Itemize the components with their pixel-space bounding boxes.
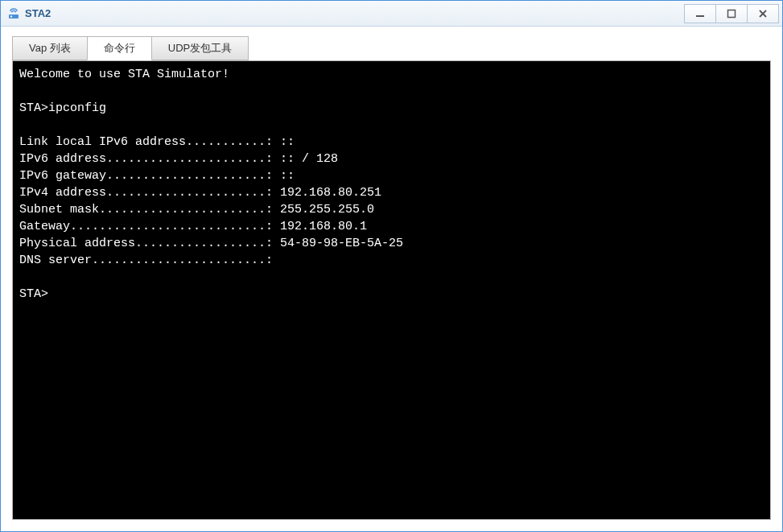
tab-cmd-line[interactable]: 命令行 (87, 36, 152, 60)
terminal[interactable]: Welcome to use STA Simulator! STA>ipconf… (12, 60, 771, 520)
tab-vap-list[interactable]: Vap 列表 (12, 36, 88, 60)
tab-bar: Vap 列表 命令行 UDP发包工具 (12, 36, 771, 60)
tab-udp-tool[interactable]: UDP发包工具 (151, 36, 249, 60)
content-area: Vap 列表 命令行 UDP发包工具 Welcome to use STA Si… (1, 27, 782, 531)
window-controls (685, 4, 779, 23)
titlebar: STA2 (1, 1, 782, 27)
titlebar-left: STA2 (7, 7, 51, 20)
maximize-button[interactable] (715, 4, 748, 23)
terminal-welcome: Welcome to use STA Simulator! (19, 68, 229, 81)
terminal-physical-address: Physical address..................: 54-8… (19, 237, 403, 250)
terminal-prompt1: STA>ipconfig (19, 101, 106, 115)
svg-rect-1 (10, 15, 12, 17)
window-title: STA2 (25, 7, 51, 19)
terminal-link-local-ipv6: Link local IPv6 address...........: :: (19, 135, 295, 149)
app-window: STA2 Vap 列表 命令行 UDP发包工具 Welcome to use S… (0, 0, 783, 532)
terminal-subnet-mask: Subnet mask.......................: 255.… (19, 203, 374, 217)
terminal-ipv6-address: IPv6 address......................: :: /… (19, 152, 338, 166)
close-button[interactable] (747, 4, 779, 23)
terminal-ipv4-address: IPv4 address......................: 192.… (19, 186, 381, 200)
terminal-dns-server: DNS server........................: (19, 254, 273, 267)
terminal-ipv6-gateway: IPv6 gateway......................: :: (19, 169, 295, 183)
app-icon (7, 7, 20, 20)
terminal-prompt2: STA> (19, 287, 48, 301)
terminal-gateway: Gateway...........................: 192.… (19, 220, 367, 233)
svg-rect-0 (9, 14, 19, 19)
minimize-button[interactable] (684, 4, 716, 23)
svg-rect-3 (728, 10, 736, 17)
